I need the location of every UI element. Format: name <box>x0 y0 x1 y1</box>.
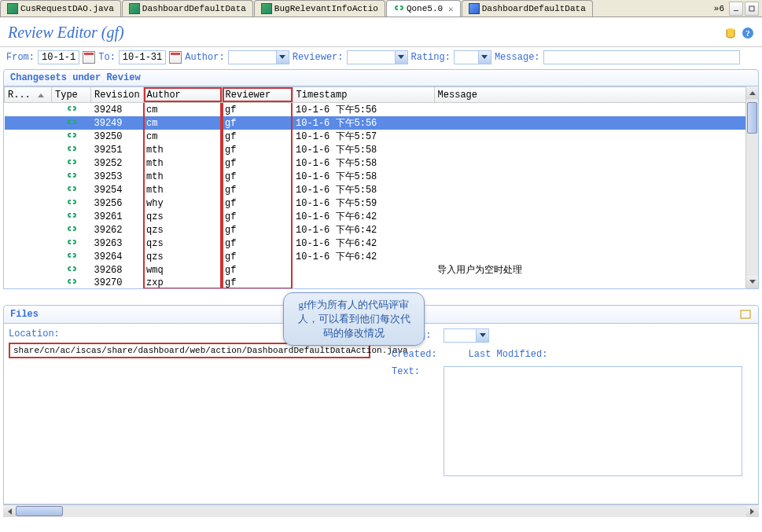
chain-icon <box>66 145 77 156</box>
svg-rect-0 <box>734 10 738 11</box>
scroll-right-icon[interactable] <box>746 505 759 517</box>
files-title: Files <box>10 309 39 320</box>
table-row[interactable]: 39252mthgf10-1-6 下午5:58 <box>5 156 758 170</box>
table-row[interactable]: 39256whygf10-1-6 下午5:59 <box>5 196 758 210</box>
chain-icon <box>66 105 77 116</box>
calendar-icon[interactable] <box>83 51 95 64</box>
changesets-title: Changesets under Review <box>10 72 141 83</box>
table-row[interactable]: 39270zxpgf <box>5 277 758 289</box>
col-author[interactable]: Author <box>143 87 222 103</box>
svg-text:?: ? <box>745 28 750 38</box>
table-row[interactable]: 39254mthgf10-1-6 下午5:58 <box>5 183 758 196</box>
scroll-thumb[interactable] <box>16 506 63 516</box>
col-message[interactable]: Message <box>434 87 757 103</box>
col-reviewer[interactable]: Reviewer <box>222 87 293 103</box>
text-input[interactable] <box>444 366 742 476</box>
to-label: To: <box>98 52 116 63</box>
editor-tab[interactable]: CusRequestDAO.java <box>0 0 121 17</box>
col-timestamp[interactable]: Timestamp <box>293 87 434 103</box>
message-input[interactable] <box>543 50 740 64</box>
chevron-down-icon[interactable] <box>395 51 407 64</box>
svg-rect-1 <box>749 6 754 11</box>
col-type[interactable]: Type <box>52 87 91 103</box>
chain-icon <box>66 251 77 262</box>
editor-tab-bar: CusRequestDAO.javaDashboardDefaultDataBu… <box>0 0 762 17</box>
message-label: Message: <box>495 52 540 63</box>
author-label: Author: <box>185 52 224 63</box>
scroll-down-icon[interactable] <box>746 276 758 288</box>
scroll-left-icon[interactable] <box>3 505 16 517</box>
db-icon[interactable] <box>724 27 737 39</box>
chain-icon <box>66 185 77 196</box>
editor-tab[interactable]: Qone5.0 ✕ <box>386 0 461 17</box>
text-label: Text: <box>392 366 439 377</box>
maximize-button[interactable] <box>745 2 759 16</box>
java-file-icon <box>7 3 18 14</box>
chain-icon <box>66 225 77 236</box>
horizontal-scrollbar[interactable] <box>3 504 759 517</box>
tabs-container: CusRequestDAO.javaDashboardDefaultDataBu… <box>0 0 594 17</box>
chain-icon <box>66 171 77 182</box>
scroll-up-icon[interactable] <box>746 86 758 99</box>
reviewer-label: Reviewer: <box>293 52 344 63</box>
chain-icon <box>66 238 77 249</box>
from-label: From: <box>6 52 35 63</box>
svg-rect-5 <box>741 310 750 318</box>
table-row[interactable]: 39249cmgf10-1-6 下午5:56 <box>5 116 758 130</box>
chain-icon <box>66 277 77 288</box>
chevron-down-icon[interactable] <box>476 329 488 342</box>
table-row[interactable]: 39248cmgf10-1-6 下午5:56 <box>5 103 758 117</box>
col-r[interactable]: R... <box>5 87 52 103</box>
table-row[interactable]: 39253mthgf10-1-6 下午5:58 <box>5 170 758 183</box>
section-icon[interactable] <box>739 308 752 321</box>
changesets-section: Changesets under Review R... Type Revisi… <box>3 69 759 289</box>
chain-icon <box>66 131 77 142</box>
callout-annotation: gf作为所有人的代码评审人，可以看到他们每次代码的修改情况 <box>283 292 425 346</box>
col-revision[interactable]: Revision <box>91 87 144 103</box>
data-file-icon <box>469 3 480 14</box>
tab-label: Qone5.0 <box>407 4 443 13</box>
table-row[interactable]: 39264qzsgf10-1-6 下午6:42 <box>5 250 758 263</box>
calendar-icon[interactable] <box>169 51 182 64</box>
editor-tab[interactable]: BugRelevantInfoActio <box>254 0 385 17</box>
chevron-down-icon[interactable] <box>276 51 289 64</box>
table-header-row: R... Type Revision Author Reviewer Times… <box>5 87 758 103</box>
table-row[interactable]: 39268wmqgf导入用户为空时处理 <box>5 263 758 277</box>
filter-bar: From: 10-1-1 To: 10-1-31 Author: Reviewe… <box>0 47 762 68</box>
table-row[interactable]: 39263qzsgf10-1-6 下午6:42 <box>5 237 758 250</box>
changesets-header: Changesets under Review <box>3 69 759 86</box>
tab-label: CusRequestDAO.java <box>20 4 114 13</box>
changesets-table: R... Type Revision Author Reviewer Times… <box>4 86 758 289</box>
chain-icon <box>393 4 404 14</box>
from-date-input[interactable]: 10-1-1 <box>38 50 79 64</box>
editor-tab[interactable]: DashboardDefaultData <box>462 0 593 17</box>
modified-label: Last Modified: <box>469 349 548 360</box>
java-file-icon <box>261 3 272 14</box>
scroll-thumb[interactable] <box>747 102 757 134</box>
rating-label: Rating: <box>411 52 451 63</box>
tab-overflow[interactable]: »6 <box>709 4 729 13</box>
reviewer-combo[interactable] <box>347 50 408 64</box>
table-row[interactable]: 39262qzsgf10-1-6 下午6:42 <box>5 223 758 237</box>
callout-text: gf作为所有人的代码评审人，可以看到他们每次代码的修改情况 <box>283 292 425 346</box>
created-label: Created: <box>392 349 437 360</box>
author-combo[interactable] <box>228 50 289 64</box>
chain-icon <box>66 158 77 169</box>
minimize-button[interactable] <box>729 2 743 16</box>
editor-tab[interactable]: DashboardDefaultData <box>122 0 253 17</box>
table-row[interactable]: 39261qzsgf10-1-6 下午6:42 <box>5 210 758 223</box>
close-icon[interactable]: ✕ <box>448 4 454 14</box>
tab-label: DashboardDefaultData <box>482 4 586 13</box>
chain-icon <box>66 211 77 222</box>
chevron-down-icon[interactable] <box>478 51 491 64</box>
file-rating-combo[interactable] <box>444 328 489 343</box>
help-icon[interactable]: ? <box>742 27 754 39</box>
to-date-input[interactable]: 10-1-31 <box>119 50 166 64</box>
rating-combo[interactable] <box>454 50 491 64</box>
table-row[interactable]: 39251mthgf10-1-6 下午5:58 <box>5 143 758 156</box>
java-file-icon <box>129 3 140 14</box>
tab-label: DashboardDefaultData <box>142 4 246 13</box>
vertical-scrollbar[interactable] <box>745 86 758 288</box>
chain-icon <box>66 118 77 129</box>
table-row[interactable]: 39250cmgf10-1-6 下午5:57 <box>5 130 758 143</box>
